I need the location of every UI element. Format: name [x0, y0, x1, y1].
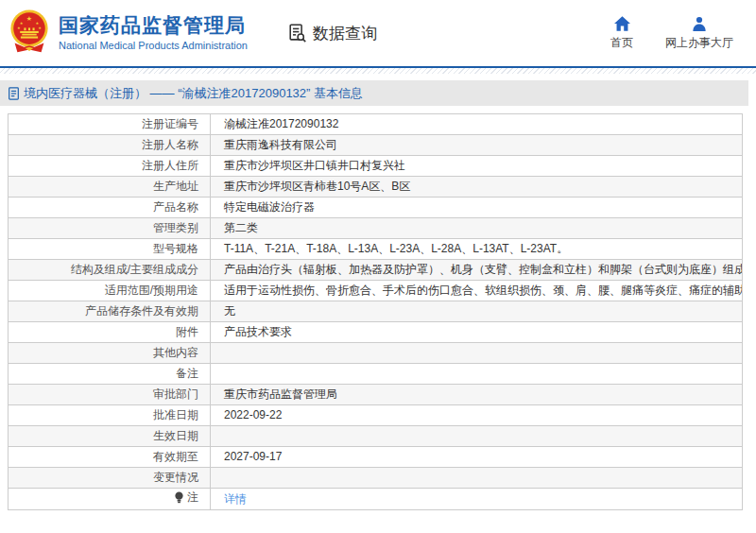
- national-emblem-icon: ★ ★ ★ ★ ★: [9, 9, 49, 58]
- row-label: 注册人住所: [9, 156, 211, 177]
- row-label: 批准日期: [9, 405, 211, 426]
- header-nav: 首页 网上办事大厅: [610, 16, 743, 51]
- table-row: 附件产品技术要求: [9, 322, 743, 343]
- row-value: 特定电磁波治疗器: [211, 198, 743, 218]
- row-value: 重庆市药品监督管理局: [211, 385, 743, 405]
- row-value: [211, 426, 743, 447]
- table-row: 生产地址重庆市沙坪坝区青柿巷10号A区、B区: [9, 177, 743, 198]
- person-icon: [692, 16, 707, 31]
- row-label: 有效期至: [9, 447, 211, 468]
- registration-info-table: 注册证编号渝械注准20172090132 注册人名称重庆雨逸科技有限公司 注册人…: [8, 113, 743, 510]
- breadcrumb-text: 境内医疗器械（注册） —— “渝械注准20172090132” 基本信息: [24, 85, 363, 102]
- table-row: 注册人住所重庆市沙坪坝区井口镇井口村复兴社: [9, 156, 743, 177]
- table-row: 结构及组成/主要组成成分产品由治疗头（辐射板、加热器及防护罩）、机身（支臂、控制…: [9, 260, 743, 281]
- table-row: 注 详情: [9, 489, 743, 510]
- row-value: 重庆雨逸科技有限公司: [211, 135, 743, 156]
- nav-item-home[interactable]: 首页: [610, 16, 633, 51]
- row-value-note: 详情: [211, 489, 743, 510]
- row-value: 产品技术要求: [211, 322, 743, 343]
- table-row: 其他内容: [9, 343, 743, 364]
- nav-item-service-hall[interactable]: 网上办事大厅: [665, 16, 733, 51]
- detail-link[interactable]: 详情: [224, 492, 247, 506]
- table-row: 批准日期2022-09-22: [9, 405, 743, 426]
- lightbulb-icon: [174, 491, 184, 504]
- svg-text:★: ★: [38, 26, 42, 30]
- breadcrumb: 境内医疗器械（注册） —— “渝械注准20172090132” 基本信息: [0, 80, 748, 106]
- row-label: 注册人名称: [9, 135, 211, 156]
- row-label: 其他内容: [9, 343, 211, 364]
- table-row: 产品名称特定电磁波治疗器: [9, 198, 743, 218]
- document-icon: [8, 87, 20, 100]
- page-header: ★ ★ ★ ★ ★ 国家药品监督管理局 National Medical Pro…: [0, 0, 756, 68]
- row-value: 渝械注准20172090132: [211, 114, 743, 135]
- table-row: 变更情况: [9, 468, 743, 489]
- header-divider: [0, 68, 756, 74]
- row-value: 重庆市沙坪坝区井口镇井口村复兴社: [211, 156, 743, 177]
- home-icon: [614, 16, 630, 31]
- table-row: 型号规格T-11A、T-21A、T-18A、L-13A、L-23A、L-28A、…: [9, 239, 743, 260]
- row-label: 适用范围/预期用途: [9, 281, 211, 301]
- data-query-label: 数据查询: [313, 23, 377, 44]
- row-value: 适用于运动性损伤、骨折愈合、手术后的伤口愈合、软组织损伤、颈、肩、腰、腿痛等炎症…: [211, 281, 743, 301]
- row-value: [211, 364, 743, 385]
- nav-item-label: 首页: [610, 35, 633, 51]
- row-value: 无: [211, 301, 743, 322]
- row-label: 生产地址: [9, 177, 211, 198]
- row-label: 注册证编号: [9, 114, 211, 135]
- svg-text:★: ★: [26, 15, 32, 22]
- row-label: 产品储存条件及有效期: [9, 301, 211, 322]
- row-label-note: 注: [9, 489, 211, 510]
- table-row: 产品储存条件及有效期无: [9, 301, 743, 322]
- table-row: 管理类别第二类: [9, 218, 743, 239]
- row-value: 第二类: [211, 218, 743, 239]
- site-title: 国家药品监督管理局: [59, 14, 248, 37]
- row-label: 型号规格: [9, 239, 211, 260]
- nav-item-label: 网上办事大厅: [665, 35, 733, 51]
- row-value: T-11A、T-21A、T-18A、L-13A、L-23A、L-28A、L-13…: [211, 239, 743, 260]
- row-label: 备注: [9, 364, 211, 385]
- row-label: 附件: [9, 322, 211, 343]
- table-row: 审批部门重庆市药品监督管理局: [9, 385, 743, 405]
- row-value: 2022-09-22: [211, 405, 743, 426]
- nmpa-logo: ★ ★ ★ ★ ★ 国家药品监督管理局 National Medical Pro…: [9, 9, 248, 58]
- document-search-icon: [287, 23, 308, 43]
- table-row: 备注: [9, 364, 743, 385]
- table-row: 有效期至2027-09-17: [9, 447, 743, 468]
- row-value: 2027-09-17: [211, 447, 743, 468]
- row-value: [211, 468, 743, 489]
- row-value: [211, 343, 743, 364]
- table-row: 注册人名称重庆雨逸科技有限公司: [9, 135, 743, 156]
- site-subtitle: National Medical Products Administration: [59, 40, 248, 52]
- row-label: 变更情况: [9, 468, 211, 489]
- svg-text:★: ★: [17, 26, 21, 30]
- row-value: 重庆市沙坪坝区青柿巷10号A区、B区: [211, 177, 743, 198]
- table-row: 注册证编号渝械注准20172090132: [9, 114, 743, 135]
- table-row: 生效日期: [9, 426, 743, 447]
- data-query-tab[interactable]: 数据查询: [287, 23, 377, 44]
- note-label: 注: [187, 490, 198, 505]
- row-label: 生效日期: [9, 426, 211, 447]
- row-value: 产品由治疗头（辐射板、加热器及防护罩）、机身（支臂、控制盒和立柱）和脚架（台式则…: [211, 260, 743, 281]
- row-label: 管理类别: [9, 218, 211, 239]
- row-label: 审批部门: [9, 385, 211, 405]
- table-row: 适用范围/预期用途适用于运动性损伤、骨折愈合、手术后的伤口愈合、软组织损伤、颈、…: [9, 281, 743, 301]
- row-label: 结构及组成/主要组成成分: [9, 260, 211, 281]
- row-label: 产品名称: [9, 198, 211, 218]
